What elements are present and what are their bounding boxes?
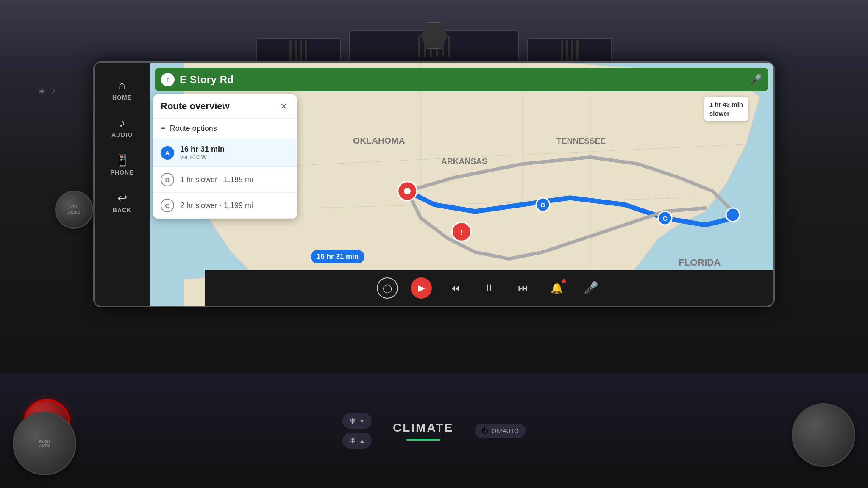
mic-icon: 🎤 [584,281,598,295]
sidebar-audio-label: AUDIO [111,131,133,138]
svg-point-8 [726,208,740,222]
vol-label: VOLAUDIO [68,204,81,215]
nav-mic-icon[interactable]: 🎤 [749,74,762,86]
svg-text:FLORIDA: FLORIDA [679,257,721,268]
route-options-label: Route options [170,124,217,133]
route-overview-panel: Route overview ✕ ≡ Route options A 16 hr… [153,94,297,219]
sidebar-back-label: BACK [113,207,131,214]
fan-up-arrow-icon: ▲ [359,437,365,444]
fan-down-icon: ❄ [349,416,356,426]
route-a-time: 16 hr 31 min [180,145,225,154]
infotainment-screen: ⌂ HOME ♪ AUDIO 📱 PHONE ↩ BACK [93,61,775,307]
back-icon: ↩ [117,191,127,205]
bottom-dashboard: ❄ ▼ ❄ ▲ CLIMATE ⏻ ON/AUTO [0,374,868,488]
route-c-info: 2 hr slower · 1,199 mi [180,201,253,210]
fan-down-button[interactable]: ❄ ▼ [342,413,372,429]
on-label: ON/AUTO [492,427,519,434]
main-content-area: B C ! OKLAHOMA ARKANSAS TENNESSEE FLORID… [150,63,773,306]
notification-dot [562,279,566,283]
voice-button[interactable]: 🎤 [580,277,601,299]
temperature-knob-left[interactable]: PUSHAUTO [13,412,76,475]
phone-icon: 📱 [115,153,130,167]
svg-text:!: ! [460,229,462,236]
route-badge-c: C [161,199,174,212]
left-vent [256,38,341,64]
svg-text:TENNESSEE: TENNESSEE [556,136,606,145]
audio-icon: ♪ [119,116,125,130]
route-a-info: 16 hr 31 min via I-10 W [180,145,225,161]
volume-knob[interactable]: VOLAUDIO [55,191,93,229]
center-vent [349,30,519,64]
bell-icon: 🔔 [551,282,563,294]
route-b-info: 1 hr slower · 1,185 mi [180,175,253,184]
route-b-time: 1 hr slower · 1,185 mi [180,175,253,184]
route-a-via: via I-10 W [180,154,225,161]
brightness-control: ☀ ☽ [38,87,55,96]
svg-text:B: B [541,202,545,208]
sidebar-item-back[interactable]: ↩ BACK [101,188,143,217]
fan-up-button[interactable]: ❄ ▲ [342,433,372,449]
slower-line2: slower [709,109,743,118]
route-item-a[interactable]: A 16 hr 31 min via I-10 W [153,139,297,167]
arrow-up-icon: ↑ [166,75,170,84]
moon-icon: ☽ [48,87,55,96]
route-options-icon: ≡ [161,124,166,133]
pause-button[interactable]: ⏸ [479,277,500,299]
circle-button[interactable]: ◯ [377,277,398,299]
sidebar-phone-label: PHONE [111,169,134,176]
prev-button[interactable]: ⏮ [445,277,466,299]
top-vents-area [0,0,868,68]
temperature-knob-right[interactable] [792,403,855,467]
home-icon: ⌂ [119,79,126,92]
sidebar: ⌂ HOME ♪ AUDIO 📱 PHONE ↩ BACK [95,63,150,306]
route-badge-a: A [161,146,174,160]
route-panel-header: Route overview ✕ [153,94,297,119]
climate-area: ❄ ▼ ❄ ▲ CLIMATE ⏻ ON/AUTO [342,413,526,449]
svg-point-7 [404,188,411,194]
circle-icon: ◯ [383,283,392,293]
left-controls-area: ☀ ☽ [0,61,93,307]
svg-text:ARKANSAS: ARKANSAS [441,157,487,166]
map-slower-label: 1 hr 43 min slower [704,97,748,121]
svg-text:C: C [663,215,667,222]
play-button[interactable]: ▶ [411,277,432,299]
route-options-button[interactable]: ≡ Route options [153,119,297,139]
pause-icon: ⏸ [484,282,494,294]
next-icon: ⏭ [518,282,528,294]
route-badge-b: B [161,173,174,186]
sun-icon: ☀ [38,87,45,96]
route-item-c[interactable]: C 2 hr slower · 1,199 mi [153,193,297,219]
right-vent [527,38,612,64]
sidebar-home-label: HOME [112,94,132,101]
slower-line1: 1 hr 43 min [709,100,743,109]
notification-button[interactable]: 🔔 [546,277,568,299]
climate-power-button[interactable]: ⏻ ON/AUTO [475,424,526,438]
svg-text:OKLAHOMA: OKLAHOMA [353,136,405,145]
route-c-time: 2 hr slower · 1,199 mi [180,201,253,210]
push-auto-label: PUSHAUTO [39,439,50,448]
close-button[interactable]: ✕ [278,100,289,112]
navigation-header: ↑ E Story Rd 🎤 [155,68,768,91]
screen-content: ⌂ HOME ♪ AUDIO 📱 PHONE ↩ BACK [95,63,773,306]
climate-indicator [406,439,440,441]
route-item-b[interactable]: B 1 hr slower · 1,185 mi [153,167,297,193]
fan-up-icon: ❄ [349,436,356,445]
nav-street-name: E Story Rd [180,74,744,86]
play-icon: ▶ [418,283,425,294]
sidebar-item-home[interactable]: ⌂ HOME [101,75,143,104]
climate-label: CLIMATE [393,421,453,435]
next-button[interactable]: ⏭ [512,277,534,299]
nav-direction-arrow: ↑ [161,73,175,86]
fan-down-arrow-icon: ▼ [359,418,365,424]
power-icon: ⏻ [481,427,488,435]
map-time-label: 16 hr 31 min [311,250,364,263]
sidebar-item-audio[interactable]: ♪ AUDIO [101,113,143,141]
sidebar-item-phone[interactable]: 📱 PHONE [101,150,143,179]
route-panel-title: Route overview [161,101,230,112]
media-control-bar: ◯ ▶ ⏮ ⏸ ⏭ 🔔 🎤 [205,270,773,306]
map-area: B C ! OKLAHOMA ARKANSAS TENNESSEE FLORID… [150,63,773,306]
prev-icon: ⏮ [450,282,460,294]
